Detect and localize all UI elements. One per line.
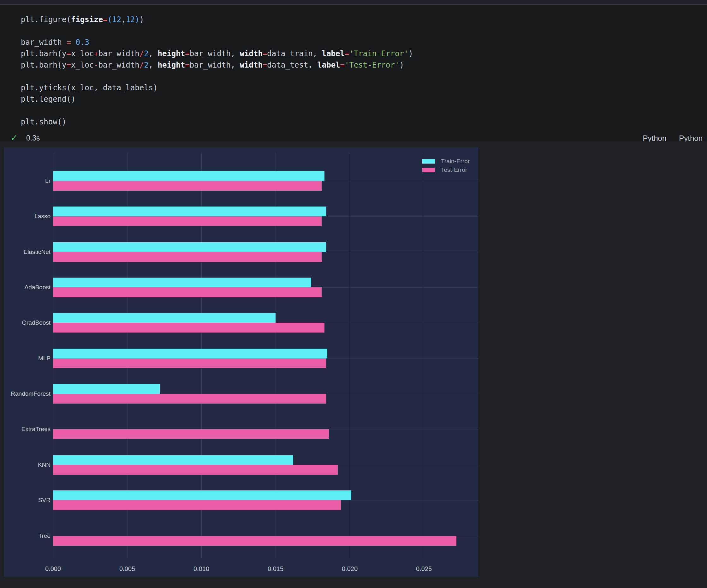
chart-legend: Train-ErrorTest-Error bbox=[422, 157, 470, 174]
train-error-bar-SVR bbox=[53, 490, 351, 500]
y-tick-label: Tree bbox=[6, 532, 50, 540]
y-tick-label: ElasticNet bbox=[6, 249, 50, 256]
legend-entry: Train-Error bbox=[422, 157, 470, 165]
plot-area bbox=[53, 153, 478, 558]
code-editor[interactable]: plt.figure(figsize=(12,12)) bar_width = … bbox=[21, 14, 701, 128]
x-tick-label: 0.005 bbox=[119, 565, 135, 573]
x-tick-label: 0.000 bbox=[45, 565, 61, 573]
test-error-bar-GradBoost bbox=[53, 323, 325, 332]
test-error-bar-SVR bbox=[53, 500, 341, 510]
test-error-bar-ExtraTrees bbox=[53, 429, 329, 439]
test-error-bar-RandomForest bbox=[53, 394, 326, 403]
code-line: plt.barh(y=x_loc+bar_width/2, height=bar… bbox=[21, 48, 701, 59]
code-line: plt.show() bbox=[21, 116, 701, 128]
y-tick-label: Lr bbox=[6, 177, 50, 185]
window-top-strip bbox=[0, 0, 707, 5]
test-error-bar-Lasso bbox=[53, 216, 322, 226]
code-line bbox=[21, 71, 701, 82]
x-tick-label: 0.020 bbox=[342, 565, 358, 573]
code-line: plt.legend() bbox=[21, 94, 701, 105]
code-line bbox=[21, 105, 701, 116]
test-error-bar-Tree bbox=[53, 536, 457, 546]
code-line: bar_width = 0.3 bbox=[21, 37, 701, 48]
train-error-bar-KNN bbox=[53, 455, 293, 465]
x-tick-label: 0.025 bbox=[416, 565, 432, 573]
y-tick-label: MLP bbox=[6, 355, 50, 362]
matplotlib-figure: LrLassoElasticNetAdaBoostGradBoostMLPRan… bbox=[4, 148, 478, 577]
test-error-bar-AdaBoost bbox=[53, 287, 322, 297]
train-error-bar-GradBoost bbox=[53, 313, 275, 323]
train-error-bar-Lasso bbox=[53, 206, 326, 216]
code-line: plt.figure(figsize=(12,12)) bbox=[21, 14, 701, 25]
train-error-bar-MLP bbox=[53, 349, 327, 358]
train-error-bar-Lr bbox=[53, 171, 325, 181]
y-tick-label: GradBoost bbox=[6, 319, 50, 326]
execution-time: 0.3s bbox=[26, 134, 40, 142]
cell-output-area: LrLassoElasticNetAdaBoostGradBoostMLPRan… bbox=[0, 141, 707, 588]
y-tick-label: Lasso bbox=[6, 213, 50, 220]
test-error-bar-Lr bbox=[53, 181, 322, 191]
train-error-bar-AdaBoost bbox=[53, 277, 311, 287]
train-error-bar-RandomForest bbox=[53, 384, 160, 394]
legend-swatch-icon bbox=[422, 168, 435, 172]
code-line: plt.yticks(x_loc, data_labels) bbox=[21, 82, 701, 94]
train-error-bar-ElasticNet bbox=[53, 242, 326, 252]
x-tick-label: 0.015 bbox=[268, 565, 283, 573]
x-tick-label: 0.010 bbox=[194, 565, 209, 573]
code-line bbox=[21, 25, 701, 37]
code-line: plt.barh(y=x_loc-bar_width/2, height=bar… bbox=[21, 59, 701, 71]
y-tick-label: KNN bbox=[6, 461, 50, 468]
notebook-screen: plt.figure(figsize=(12,12)) bar_width = … bbox=[0, 0, 707, 588]
test-error-bar-MLP bbox=[53, 358, 326, 368]
legend-entry: Test-Error bbox=[422, 165, 470, 174]
test-error-bar-ElasticNet bbox=[53, 252, 322, 262]
legend-label: Test-Error bbox=[441, 166, 467, 173]
y-tick-label: RandomForest bbox=[6, 390, 50, 397]
legend-label: Train-Error bbox=[441, 158, 470, 165]
test-error-bar-KNN bbox=[53, 465, 338, 475]
y-tick-label: SVR bbox=[6, 497, 50, 504]
x-gridline bbox=[424, 153, 424, 558]
y-tick-label: AdaBoost bbox=[6, 284, 50, 291]
legend-swatch-icon bbox=[422, 159, 435, 164]
notebook-code-cell[interactable]: plt.figure(figsize=(12,12)) bar_width = … bbox=[0, 5, 707, 141]
y-tick-label: ExtraTrees bbox=[6, 426, 50, 433]
